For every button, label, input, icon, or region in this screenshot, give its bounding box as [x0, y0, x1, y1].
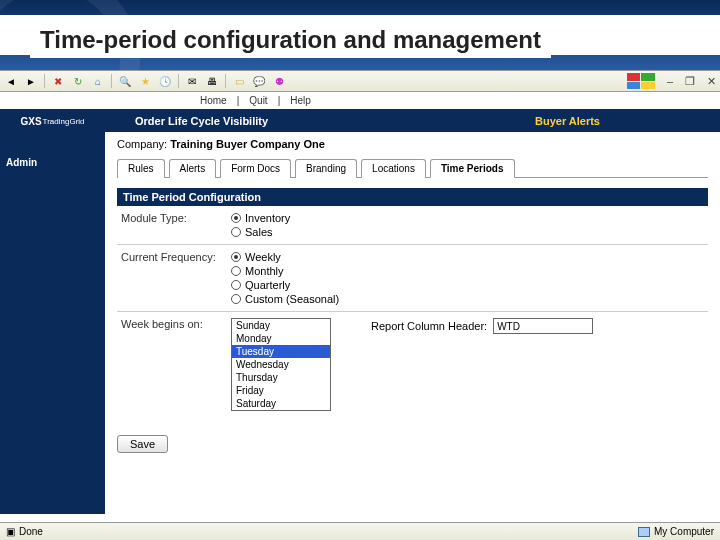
list-item-monday[interactable]: Monday: [232, 332, 330, 345]
radio-label: Custom (Seasonal): [245, 293, 339, 305]
label-frequency: Current Frequency:: [121, 251, 231, 263]
radio-label: Sales: [245, 226, 273, 238]
brand-sub: TradingGrid: [43, 117, 85, 126]
search-icon[interactable]: 🔍: [118, 74, 132, 88]
browser-statusbar: ▣ Done My Computer: [0, 522, 720, 540]
report-header-wrap: Report Column Header:: [371, 318, 593, 334]
row-week-begins: Week begins on: SundayMondayTuesdayWedne…: [117, 312, 708, 417]
company-label: Company:: [117, 138, 167, 150]
tab-rules[interactable]: Rules: [117, 159, 165, 178]
radio-icon: [231, 213, 241, 223]
discuss-icon[interactable]: 💬: [252, 74, 266, 88]
row-frequency: Current Frequency: WeeklyMonthlyQuarterl…: [117, 245, 708, 312]
status-zone: My Computer: [654, 526, 714, 537]
favorites-icon[interactable]: ★: [138, 74, 152, 88]
radio-label: Monthly: [245, 265, 284, 277]
link-quit[interactable]: Quit: [249, 95, 267, 106]
label-report-header: Report Column Header:: [371, 320, 487, 332]
slide-title: Time-period configuration and management: [30, 22, 551, 58]
radio-frequency-quarterly[interactable]: Quarterly: [231, 279, 339, 291]
link-home[interactable]: Home: [200, 95, 227, 106]
app-top-links: Home | Quit | Help: [0, 92, 720, 110]
radio-frequency-weekly[interactable]: Weekly: [231, 251, 339, 263]
sidebar-item-admin[interactable]: Admin: [0, 154, 105, 171]
radio-icon: [231, 252, 241, 262]
list-item-saturday[interactable]: Saturday: [232, 397, 330, 410]
radio-module-type-inventory[interactable]: Inventory: [231, 212, 290, 224]
refresh-icon[interactable]: ↻: [71, 74, 85, 88]
computer-icon: [638, 527, 650, 537]
print-icon[interactable]: 🖶: [205, 74, 219, 88]
list-item-sunday[interactable]: Sunday: [232, 319, 330, 332]
radio-label: Inventory: [245, 212, 290, 224]
forward-icon[interactable]: ►: [24, 74, 38, 88]
minimize-button[interactable]: –: [667, 75, 673, 87]
close-button[interactable]: ✕: [707, 75, 716, 88]
radio-icon: [231, 266, 241, 276]
link-help[interactable]: Help: [290, 95, 311, 106]
left-sidebar: Admin: [0, 132, 105, 514]
history-icon[interactable]: 🕓: [158, 74, 172, 88]
home-icon[interactable]: ⌂: [91, 74, 105, 88]
save-button[interactable]: Save: [117, 435, 168, 453]
slide-header: Time-period configuration and management: [0, 0, 720, 70]
list-item-friday[interactable]: Friday: [232, 384, 330, 397]
company-name: Training Buyer Company One: [170, 138, 325, 150]
windows-flag-icon: [627, 73, 655, 89]
row-module-type: Module Type: InventorySales: [117, 206, 708, 245]
radio-frequency-monthly[interactable]: Monthly: [231, 265, 339, 277]
radio-icon: [231, 227, 241, 237]
radio-label: Weekly: [245, 251, 281, 263]
restore-button[interactable]: ❐: [685, 75, 695, 88]
radios-module-type: InventorySales: [231, 212, 290, 238]
topbar-sep: |: [278, 95, 281, 106]
company-header: Company: Training Buyer Company One: [117, 138, 708, 150]
list-item-tuesday[interactable]: Tuesday: [232, 345, 330, 358]
messenger-icon[interactable]: ⚉: [272, 74, 286, 88]
tab-alerts[interactable]: Alerts: [169, 159, 217, 178]
folder-icon[interactable]: ▭: [232, 74, 246, 88]
label-module-type: Module Type:: [121, 212, 231, 224]
brand-name: GXS: [20, 116, 41, 127]
browser-toolbar: ◄ ► ✖ ↻ ⌂ 🔍 ★ 🕓 ✉ 🖶 ▭ 💬 ⚉ – ❐ ✕: [0, 70, 720, 92]
list-item-wednesday[interactable]: Wednesday: [232, 358, 330, 371]
tab-branding[interactable]: Branding: [295, 159, 357, 178]
listbox-week-begins[interactable]: SundayMondayTuesdayWednesdayThursdayFrid…: [231, 318, 331, 411]
brand-logo: GXS TradingGrid: [0, 110, 105, 132]
mail-icon[interactable]: ✉: [185, 74, 199, 88]
tab-time-periods[interactable]: Time Periods: [430, 159, 515, 178]
radio-frequency-custom-seasonal-[interactable]: Custom (Seasonal): [231, 293, 339, 305]
radio-icon: [231, 280, 241, 290]
main-panel: Company: Training Buyer Company One Rule…: [105, 132, 720, 514]
status-done: Done: [19, 526, 43, 537]
back-icon[interactable]: ◄: [4, 74, 18, 88]
radio-label: Quarterly: [245, 279, 290, 291]
section-title: Time Period Configuration: [117, 188, 708, 206]
input-report-header[interactable]: [493, 318, 593, 334]
radio-module-type-sales[interactable]: Sales: [231, 226, 290, 238]
list-item-thursday[interactable]: Thursday: [232, 371, 330, 384]
module-right-link[interactable]: Buyer Alerts: [535, 115, 600, 127]
tab-form-docs[interactable]: Form Docs: [220, 159, 291, 178]
radio-icon: [231, 294, 241, 304]
tab-locations[interactable]: Locations: [361, 159, 426, 178]
tabs: RulesAlertsForm DocsBrandingLocationsTim…: [117, 158, 708, 178]
radios-frequency: WeeklyMonthlyQuarterlyCustom (Seasonal): [231, 251, 339, 305]
stop-icon[interactable]: ✖: [51, 74, 65, 88]
app-header: GXS TradingGrid Order Life Cycle Visibil…: [0, 110, 720, 132]
module-title: Order Life Cycle Visibility: [135, 115, 268, 127]
status-text-left: ▣: [6, 526, 15, 537]
topbar-sep: |: [237, 95, 240, 106]
label-week-begins: Week begins on:: [121, 318, 231, 330]
